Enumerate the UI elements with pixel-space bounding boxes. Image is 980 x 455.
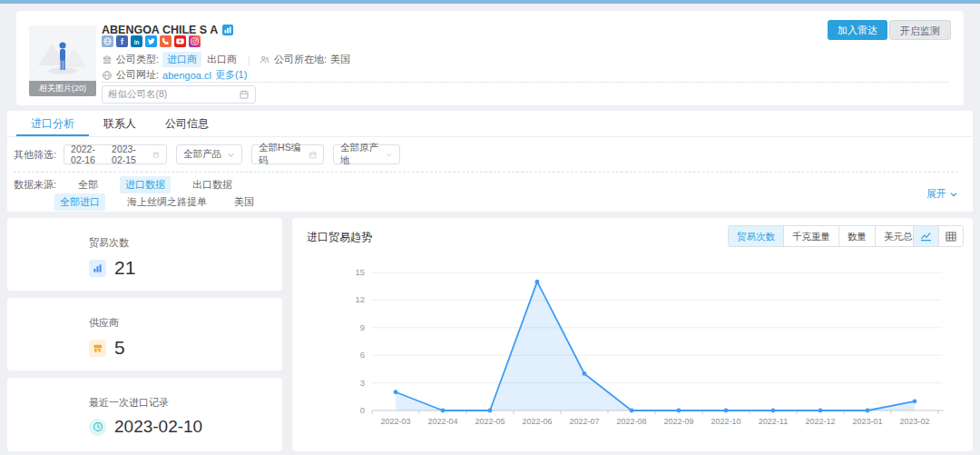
hs-code-select[interactable]: 全部HS编码 bbox=[251, 144, 324, 164]
linkedin-icon[interactable]: in bbox=[131, 35, 142, 47]
location-label: 公司所在地: bbox=[274, 53, 327, 66]
related-images-label[interactable]: 相关图片(20) bbox=[29, 81, 96, 96]
svg-text:2022-11: 2022-11 bbox=[759, 417, 788, 426]
chevron-down-icon bbox=[949, 190, 958, 199]
add-radar-button[interactable]: 加入雷达 bbox=[828, 20, 887, 40]
website-link[interactable]: abengoa.cl bbox=[162, 70, 211, 81]
table-icon bbox=[946, 232, 956, 242]
metric-quantity-button[interactable]: 数量 bbox=[838, 226, 875, 246]
date-start: 2022-02-16 bbox=[71, 143, 106, 165]
stat-card-last-import: 最近一次进口记录 2023-02-10 bbox=[7, 378, 282, 451]
expand-toggle[interactable]: 展开 bbox=[926, 187, 958, 201]
stat-value: 2023-02-10 bbox=[114, 417, 202, 437]
company-type-row: 公司类型: 进口商 出口商 | 公司所在地: 美国 bbox=[102, 52, 350, 67]
other-filter-label: 其他筛选: bbox=[14, 148, 56, 162]
metric-kg-weight-button[interactable]: 千克重量 bbox=[783, 226, 838, 246]
tab-import-analysis[interactable]: 进口分析 bbox=[16, 111, 89, 136]
view-button-group bbox=[913, 225, 964, 247]
svg-text:2022-05: 2022-05 bbox=[475, 417, 505, 426]
calendar-icon bbox=[309, 150, 317, 160]
svg-text:2023-01: 2023-01 bbox=[852, 417, 882, 426]
facebook-icon[interactable]: f bbox=[116, 35, 128, 47]
header-dotted-separator bbox=[102, 82, 949, 83]
chart-title: 进口贸易趋势 bbox=[307, 230, 372, 245]
company-photo-placeholder bbox=[29, 25, 96, 82]
instagram-icon[interactable] bbox=[189, 35, 201, 47]
tab-contacts[interactable]: 联系人 bbox=[89, 111, 151, 136]
stat-label: 最近一次进口记录 bbox=[89, 396, 202, 410]
stat-card-suppliers: 供应商 5 bbox=[7, 298, 282, 371]
company-profile-icon[interactable] bbox=[222, 25, 233, 35]
website-label: 公司网址: bbox=[116, 68, 159, 82]
sub-source-usa[interactable]: 美国 bbox=[229, 193, 260, 211]
bar-chart-icon bbox=[89, 260, 106, 277]
company-type-exporter[interactable]: 出口商 bbox=[205, 52, 239, 67]
svg-text:2022-12: 2022-12 bbox=[805, 417, 835, 426]
svg-text:f: f bbox=[121, 37, 123, 46]
meta-divider: | bbox=[248, 54, 250, 65]
person-illustration-icon bbox=[29, 25, 96, 82]
data-source-label: 数据来源: bbox=[14, 178, 56, 192]
filter-row: 其他筛选: 2022-02-16 2023-02-15 全部产品 全部HS编码 … bbox=[14, 144, 400, 164]
metric-trade-count-button[interactable]: 贸易次数 bbox=[729, 226, 783, 246]
tabs-row: 进口分析 联系人 公司信息 bbox=[7, 111, 973, 137]
location-people-icon bbox=[260, 54, 270, 65]
calendar-icon bbox=[239, 89, 250, 100]
product-select[interactable]: 全部产品 bbox=[176, 144, 242, 164]
import-trend-panel: 进口贸易趋势 贸易次数 千克重量 数量 美元总价 036912152022-03… bbox=[292, 218, 973, 451]
svg-text:2023-02: 2023-02 bbox=[899, 417, 929, 426]
origin-select[interactable]: 全部原产地 bbox=[333, 144, 400, 164]
product-select-value: 全部产品 bbox=[183, 148, 221, 161]
top-accent-bar bbox=[0, 0, 980, 4]
trend-chart: 036912152022-032022-042022-052022-062022… bbox=[292, 218, 973, 451]
hs-code-value: 全部HS编码 bbox=[259, 142, 303, 167]
social-icons-row: f in bbox=[102, 35, 201, 47]
tab-company-info[interactable]: 公司信息 bbox=[151, 111, 223, 136]
source-export-data[interactable]: 出口数据 bbox=[187, 176, 238, 193]
analysis-filter-band: 进口分析 联系人 公司信息 其他筛选: 2022-02-16 2023-02-1… bbox=[7, 111, 973, 212]
chevron-down-icon bbox=[386, 151, 393, 159]
website-icon[interactable] bbox=[102, 35, 113, 47]
company-trade-page: 相关图片(20) ABENGOA CHILE S A f bbox=[0, 0, 980, 455]
clock-icon bbox=[89, 419, 106, 436]
website-more-link[interactable]: 更多(1) bbox=[215, 68, 247, 82]
company-name: ABENGOA CHILE S A bbox=[102, 24, 218, 36]
globe-icon bbox=[102, 70, 113, 81]
svg-text:2022-09: 2022-09 bbox=[663, 417, 693, 426]
sub-source-silk-road[interactable]: 海上丝绸之路提单 bbox=[122, 193, 212, 211]
table-view-button[interactable] bbox=[938, 226, 963, 246]
building-icon bbox=[102, 54, 113, 65]
stat-value: 5 bbox=[114, 337, 125, 359]
svg-text:0: 0 bbox=[360, 405, 365, 415]
calendar-icon bbox=[152, 150, 160, 160]
data-source-row: 数据来源: 全部 进口数据 出口数据 bbox=[14, 176, 238, 193]
store-icon bbox=[89, 340, 106, 357]
svg-text:2022-07: 2022-07 bbox=[569, 417, 599, 426]
date-range-picker[interactable]: 2022-02-16 2023-02-15 bbox=[64, 144, 167, 164]
youtube-icon[interactable] bbox=[174, 35, 186, 47]
origin-select-value: 全部原产地 bbox=[340, 142, 380, 167]
sub-source-all-import[interactable]: 全部进口 bbox=[54, 193, 105, 211]
expand-label: 展开 bbox=[926, 187, 946, 201]
source-import-data[interactable]: 进口数据 bbox=[120, 176, 171, 193]
company-type-importer[interactable]: 进口商 bbox=[162, 52, 201, 67]
filter-dashed-separator bbox=[14, 172, 958, 173]
source-all[interactable]: 全部 bbox=[73, 176, 103, 193]
line-chart-icon bbox=[920, 232, 932, 242]
svg-text:2022-10: 2022-10 bbox=[710, 417, 740, 426]
twitter-icon[interactable] bbox=[145, 35, 157, 47]
data-source-sub-row: 全部进口 海上丝绸之路提单 美国 bbox=[54, 193, 260, 211]
date-end: 2023-02-15 bbox=[112, 143, 147, 165]
line-chart-view-button[interactable] bbox=[914, 226, 938, 246]
company-thumbnail[interactable]: 相关图片(20) bbox=[29, 25, 96, 96]
svg-text:2022-08: 2022-08 bbox=[616, 417, 646, 426]
stat-label: 贸易次数 bbox=[89, 236, 135, 250]
svg-text:15: 15 bbox=[355, 267, 365, 277]
phone-icon[interactable] bbox=[160, 35, 172, 47]
chevron-down-icon bbox=[227, 151, 235, 159]
svg-text:3: 3 bbox=[360, 378, 365, 388]
svg-text:2022-04: 2022-04 bbox=[427, 417, 457, 426]
similar-company-input[interactable]: 相似公司名(8) bbox=[102, 85, 256, 104]
svg-text:in: in bbox=[134, 39, 140, 45]
monitor-button[interactable]: 开启监测 bbox=[889, 20, 951, 40]
